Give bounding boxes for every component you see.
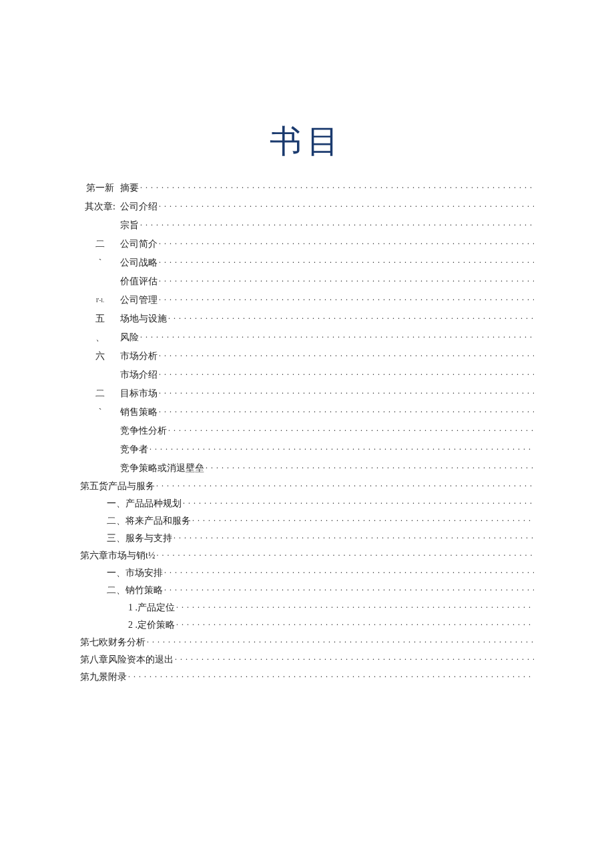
toc-leader-dots — [175, 657, 534, 666]
toc-left-marker — [80, 216, 120, 235]
toc-left-marker — [80, 366, 120, 384]
toc-entry-label: 2 .定价策略 — [128, 616, 175, 634]
toc-entry-label: 竞争性分析 — [120, 422, 167, 440]
toc-leader-dots — [140, 223, 534, 232]
toc-entry: 1 .产品定位 — [80, 599, 534, 616]
toc-left-marker — [80, 459, 120, 478]
toc-entry: 第八章风险资本的退出 — [80, 651, 534, 669]
toc-entry-label: 一、市场安排 — [107, 564, 163, 582]
toc-entry: 场地与设施 — [120, 310, 534, 328]
toc-leader-dots — [164, 587, 534, 596]
toc-left-marker: I'-l. — [80, 291, 120, 310]
toc-leader-dots — [159, 372, 534, 382]
toc-upper-section: 第一新其次章:二`I'-l.五、六二` 摘要公司介绍宗旨公司简介公司战略价值评估… — [80, 179, 534, 478]
toc-entry-label: 场地与设施 — [120, 310, 167, 328]
toc-left-marker — [80, 422, 120, 440]
toc-entry: 摘要 — [120, 179, 534, 197]
toc-left-marker: 二 — [80, 384, 120, 403]
toc-left-marker: ` — [80, 403, 120, 422]
toc-entry-label: 公司介绍 — [120, 197, 158, 216]
toc-left-markers: 第一新其次章:二`I'-l.五、六二` — [80, 179, 120, 478]
toc-entry-label: 公司战略 — [120, 254, 158, 272]
toc-entry: 目标市场 — [120, 384, 534, 403]
toc-leader-dots — [164, 570, 534, 579]
toc-entry-label: 价值评估 — [120, 272, 158, 291]
toc-leader-dots — [159, 298, 534, 307]
toc-entry-label: 市场分析 — [120, 347, 158, 366]
toc-entry: 2 .定价策略 — [80, 616, 534, 634]
toc-left-marker — [80, 440, 120, 459]
toc-entry: 公司简介 — [120, 235, 534, 254]
toc-entry-label: 第七欧财务分析 — [80, 634, 145, 651]
toc-left-marker: 二 — [80, 235, 120, 254]
toc-entry: 价值评估 — [120, 272, 534, 291]
toc-leader-dots — [159, 354, 534, 363]
toc-leader-dots — [159, 204, 534, 213]
toc-leader-dots — [176, 604, 534, 614]
toc-entry: 竞争者 — [120, 440, 534, 459]
toc-left-marker: 六 — [80, 347, 120, 366]
page-title: 书目 — [80, 120, 534, 163]
toc-left-marker: 其次章: — [80, 197, 120, 216]
toc-leader-dots — [159, 410, 534, 419]
toc-entry-label: 公司管理 — [120, 291, 158, 310]
table-of-contents: 第一新其次章:二`I'-l.五、六二` 摘要公司介绍宗旨公司简介公司战略价值评估… — [80, 179, 534, 686]
toc-entry: 二、钠竹策略 — [80, 582, 534, 599]
toc-entry: 竞争策略或消退壁垒 — [120, 459, 534, 478]
toc-entry-label: 销售策略 — [120, 403, 158, 422]
toc-entry-label: 第九景附录 — [80, 669, 127, 686]
toc-entry-label: 宗旨 — [120, 216, 139, 235]
toc-entry-label: 竞争者 — [120, 440, 148, 459]
toc-entry: 市场分析 — [120, 347, 534, 366]
toc-entry: 竞争性分析 — [120, 422, 534, 440]
toc-entry-label: 风险 — [120, 328, 139, 347]
toc-entry: 销售策略 — [120, 403, 534, 422]
toc-leader-dots — [174, 535, 534, 544]
toc-entry-label: 1 .产品定位 — [128, 599, 175, 616]
toc-entry-label: 二、将来产品和服务 — [107, 512, 191, 530]
toc-leader-dots — [168, 316, 534, 326]
toc-entry: 公司介绍 — [120, 197, 534, 216]
toc-entry: 公司管理 — [120, 291, 534, 310]
toc-leader-dots — [159, 279, 534, 288]
toc-entry: 二、将来产品和服务 — [80, 512, 534, 530]
toc-leader-dots — [176, 622, 534, 631]
toc-leader-dots — [156, 552, 534, 562]
toc-entry-label: 二、钠竹策略 — [107, 582, 163, 599]
toc-leader-dots — [147, 639, 534, 648]
toc-leader-dots — [159, 391, 534, 400]
toc-leader-dots — [168, 428, 534, 438]
toc-left-marker: ` — [80, 254, 120, 272]
toc-entry: 市场介绍 — [120, 366, 534, 384]
toc-left-marker — [80, 272, 120, 291]
toc-left-marker: 第一新 — [80, 179, 120, 197]
toc-leader-dots — [192, 518, 534, 527]
toc-leader-dots — [159, 260, 534, 270]
toc-left-marker: 五 — [80, 310, 120, 328]
toc-entry-label: 公司简介 — [120, 235, 158, 254]
toc-entry: 公司战略 — [120, 254, 534, 272]
toc-entry: 一、产品品种规划 — [80, 495, 534, 512]
toc-entry-label: 竞争策略或消退壁垒 — [120, 459, 204, 478]
toc-lower-section: 第五货产品与服务一、产品品种规划二、将来产品和服务三、服务与支持第六章市场与销t… — [80, 478, 534, 686]
toc-entry: 宗旨 — [120, 216, 534, 235]
document-page: 书目 第一新其次章:二`I'-l.五、六二` 摘要公司介绍宗旨公司简介公司战略价… — [0, 0, 614, 868]
toc-leader-dots — [183, 500, 534, 510]
toc-leader-dots — [140, 335, 534, 344]
toc-entry: 第六章市场与销t½ — [80, 547, 534, 564]
toc-leader-dots — [149, 447, 534, 456]
toc-left-marker: 、 — [80, 328, 120, 347]
toc-leader-dots — [206, 466, 534, 475]
toc-entry-label: 第八章风险资本的退出 — [80, 651, 174, 669]
toc-entry-label: 市场介绍 — [120, 366, 158, 384]
toc-right-entries: 摘要公司介绍宗旨公司简介公司战略价值评估公司管理场地与设施风险市场分析市场介绍目… — [120, 179, 534, 478]
toc-entry: 一、市场安排 — [80, 564, 534, 582]
toc-entry: 三、服务与支持 — [80, 530, 534, 547]
toc-entry-label: 一、产品品种规划 — [107, 495, 182, 512]
toc-leader-dots — [140, 185, 534, 195]
toc-entry-label: 三、服务与支持 — [107, 530, 172, 547]
toc-leader-dots — [159, 242, 534, 251]
toc-entry: 第九景附录 — [80, 669, 534, 686]
toc-entry: 第五货产品与服务 — [80, 478, 534, 495]
toc-entry-label: 第五货产品与服务 — [80, 478, 155, 495]
